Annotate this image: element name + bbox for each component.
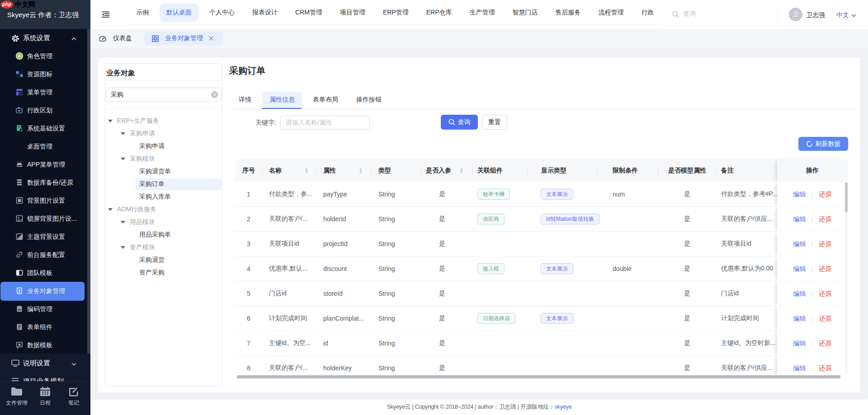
svg-text:w: w [18, 308, 21, 312]
